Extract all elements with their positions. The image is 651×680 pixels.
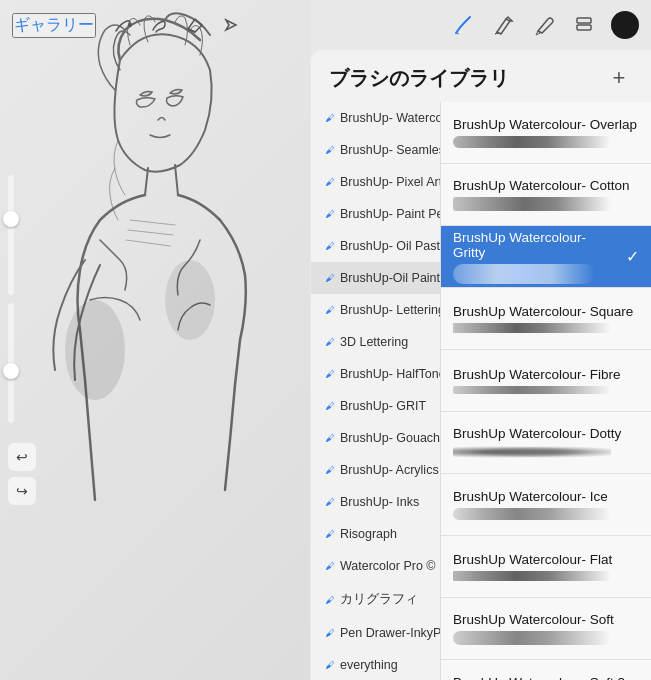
svg-rect-4 [577,18,591,23]
category-item-watercolor_pro[interactable]: 🖌Watercolor Pro © [311,550,440,582]
brush-item-content: BrushUp Watercolour- Flat [453,552,639,581]
gallery-button[interactable]: ギャラリー [12,13,96,38]
layers-icon[interactable] [571,12,597,38]
redo-button[interactable]: ↪ [8,477,36,505]
brush-stroke-preview [453,445,611,459]
category-item-pen_drawer[interactable]: 🖌Pen Drawer-InkyPixels [311,617,440,649]
brush-stroke-preview [453,571,611,581]
svg-rect-5 [577,25,591,30]
toolbar-left: ギャラリー [12,13,242,38]
category-icon: 🖌 [325,497,334,507]
category-icon: 🖌 [325,628,334,638]
top-toolbar: ギャラリー [0,0,651,50]
category-icon: 🖌 [325,177,334,187]
brush-name: BrushUp Watercolour- Soft [453,612,639,627]
opacity-slider[interactable] [8,303,14,423]
category-icon: 🖌 [325,465,334,475]
brush-item-content: BrushUp Watercolour- Dotty [453,426,639,459]
brush-item-ice[interactable]: BrushUp Watercolour- Ice [441,474,651,536]
opacity-slider-thumb[interactable] [3,363,19,379]
brush-item-soft2[interactable]: BrushUp Watercolour- Soft 2 [441,660,651,680]
category-label: Watercolor Pro © [340,559,436,573]
add-brush-button[interactable]: + [605,64,633,92]
category-list: 🖌BrushUp- Watercolou...🖌BrushUp- Seamles… [311,102,441,680]
highlighter-icon[interactable] [531,12,557,38]
category-label: BrushUp- GRIT [340,399,426,413]
erase-icon[interactable] [184,14,206,36]
svg-point-1 [65,300,125,400]
category-label: BrushUp- Pixel Art [340,175,440,189]
brush-item-content: BrushUp Watercolour- Ice [453,489,639,520]
category-item-grit[interactable]: 🖌BrushUp- GRIT [311,390,440,422]
brush-stroke-preview [453,508,611,520]
color-swatch[interactable] [611,11,639,39]
category-label: BrushUp- Gouache [340,431,440,445]
category-item-halftones[interactable]: 🖌BrushUp- HalfTones [311,358,440,390]
undo-button[interactable]: ↩ [8,443,36,471]
category-item-oil_paints[interactable]: 🖌BrushUp-Oil Paints [311,262,440,294]
brush-item-soft[interactable]: BrushUp Watercolour- Soft [441,598,651,660]
category-item-oil_pastels[interactable]: 🖌BrushUp- Oil Pastels [311,230,440,262]
modify-icon[interactable] [112,14,134,36]
brush-item-content: BrushUp Watercolour- Fibre [453,367,639,394]
size-slider-thumb[interactable] [3,211,19,227]
pen-icon[interactable] [491,12,517,38]
category-item-3d_lettering[interactable]: 🖌3D Lettering [311,326,440,358]
brush-item-overlap[interactable]: BrushUp Watercolour- Overlap [441,102,651,164]
category-item-gouache[interactable]: 🖌BrushUp- Gouache [311,422,440,454]
smudge-icon[interactable] [148,14,170,36]
brush-tool-icon[interactable] [451,12,477,38]
category-item-acrylics[interactable]: 🖌BrushUp- Acrylics [311,454,440,486]
category-item-pixel_art[interactable]: 🖌BrushUp- Pixel Art [311,166,440,198]
brush-item-content: BrushUp Watercolour- Soft [453,612,639,645]
brush-item-gritty[interactable]: BrushUp Watercolour- Gritty✓ [441,226,651,288]
category-label: 3D Lettering [340,335,408,349]
category-item-seamless[interactable]: 🖌BrushUp- Seamless P... [311,134,440,166]
brush-stroke-preview [453,323,611,333]
category-icon: 🖌 [325,273,334,283]
size-slider[interactable] [8,175,14,295]
category-label: BrushUp- Seamless P... [340,143,440,157]
canvas-sketch[interactable] [0,0,310,680]
category-item-risograph[interactable]: 🖌Risograph [311,518,440,550]
category-label: BrushUp- Oil Pastels [340,239,440,253]
category-icon: 🖌 [325,660,334,670]
brush-stroke-preview [453,197,611,211]
toolbar-right [451,11,639,39]
category-item-calligraphy[interactable]: 🖌カリグラフィ [311,582,440,617]
brush-item-dotty[interactable]: BrushUp Watercolour- Dotty [441,412,651,474]
brush-panel: ブラシのライブラリ + 🖌BrushUp- Watercolou...🖌Brus… [311,50,651,680]
category-icon: 🖌 [325,561,334,571]
category-label: BrushUp-Oil Paints [340,271,440,285]
brush-item-cotton[interactable]: BrushUp Watercolour- Cotton [441,164,651,226]
category-icon: 🖌 [325,113,334,123]
category-item-inks[interactable]: 🖌BrushUp- Inks [311,486,440,518]
brush-name: BrushUp Watercolour- Flat [453,552,639,567]
brush-name: BrushUp Watercolour- Cotton [453,178,639,193]
brush-item-fibre[interactable]: BrushUp Watercolour- Fibre [441,350,651,412]
category-label: Pen Drawer-InkyPixels [340,626,440,640]
category-label: BrushUp- Acrylics [340,463,439,477]
category-label: カリグラフィ [340,591,418,608]
brush-item-content: BrushUp Watercolour- Overlap [453,117,639,148]
category-item-watercolou[interactable]: 🖌BrushUp- Watercolou... [311,102,440,134]
brush-stroke-preview [453,631,611,645]
brush-name: BrushUp Watercolour- Gritty [453,230,620,260]
panel-header: ブラシのライブラリ + [311,50,651,102]
category-label: BrushUp- Inks [340,495,419,509]
brush-stroke-preview [453,136,611,148]
brush-item-flat[interactable]: BrushUp Watercolour- Flat [441,536,651,598]
brush-item-square[interactable]: BrushUp Watercolour- Square [441,288,651,350]
brush-item-content: BrushUp Watercolour- Gritty [453,230,620,284]
panel-title: ブラシのライブラリ [329,65,509,92]
brush-name: BrushUp Watercolour- Dotty [453,426,639,441]
category-icon: 🖌 [325,145,334,155]
left-controls: ↩ ↪ [8,175,36,505]
category-item-lettering[interactable]: 🖌BrushUp- Lettering [311,294,440,326]
category-item-everything[interactable]: 🖌everything [311,649,440,680]
arrow-icon[interactable] [220,14,242,36]
category-icon: 🖌 [325,595,334,605]
brush-name: BrushUp Watercolour- Fibre [453,367,639,382]
brush-stroke-preview [453,264,595,284]
category-item-paint_pens[interactable]: 🖌BrushUp- Paint Pens [311,198,440,230]
